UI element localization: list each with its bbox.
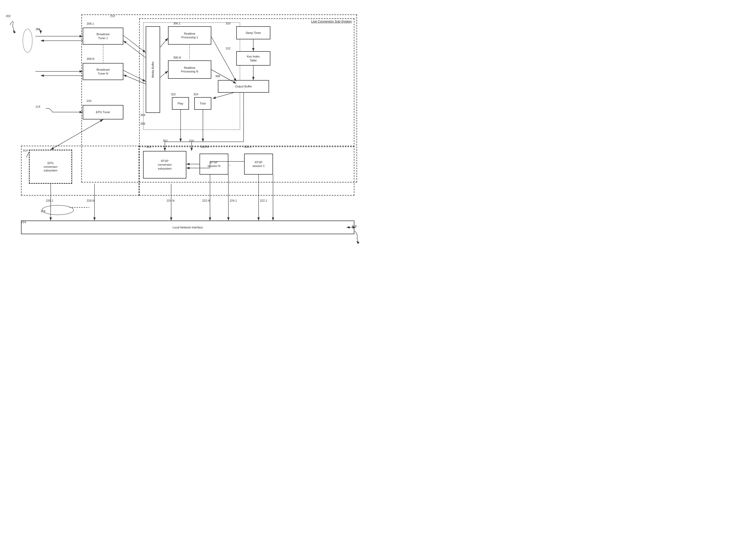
ref-320-1: 320.1 — [244, 145, 252, 148]
ref-112: 112 — [35, 28, 40, 31]
ref-318: 318 — [146, 145, 151, 148]
broadcast-tuner-1-box: Broadcast Tuner 1 — [83, 28, 123, 45]
ref-304: 304 — [141, 113, 145, 117]
ref-210: 210 — [87, 99, 91, 102]
ref-218: 218 — [352, 224, 357, 228]
ref-320-n: 320.N — [201, 145, 209, 148]
key-index-table-box: Key Index Table — [236, 51, 270, 66]
ref-306-n: 306.N — [173, 56, 181, 59]
ref-114: 114 — [35, 105, 40, 108]
ref-312: 312 — [226, 47, 231, 50]
ref-226-n: 226.N — [87, 199, 94, 202]
epg-tuner-box: EPG Tuner — [83, 105, 123, 119]
ref-226-1: 226.1 — [46, 199, 53, 202]
media-buffer-box: Media Buffer — [146, 26, 160, 113]
ref-322: 322 — [171, 93, 176, 96]
ref-308: 308 — [215, 75, 220, 78]
sleep-timer-box: Sleep Timer — [236, 26, 270, 39]
live-conversion-label: Live Conversion Sub-System — [311, 19, 352, 24]
ref-208-n: 208.N — [87, 57, 94, 60]
ref-306-1: 306.1 — [173, 22, 181, 25]
rtsp-conversion-box: RTSP conversion subsystem — [143, 151, 186, 179]
epg-conversion-box: EPG conversion subsystem — [29, 150, 72, 184]
ref-216: 216 — [41, 210, 45, 213]
ref-208-1: 208.1 — [87, 22, 94, 25]
ref-222-n: 222.N — [202, 199, 210, 202]
ref-224-1: 224.1 — [230, 199, 237, 202]
diagram-container: Broadcast Tuner 1 Broadcast Tuner N EPG … — [0, 0, 367, 280]
svg-point-39 — [42, 205, 74, 215]
play-box: Play — [172, 97, 189, 110]
ref-316: 316 — [189, 139, 194, 142]
ref-222-1: 222.1 — [260, 199, 267, 202]
ref-324: 324 — [194, 93, 198, 96]
realtime-processing-n-box: Realtime Processing N — [168, 60, 211, 79]
ref-306: 306 — [141, 122, 145, 125]
ref-302: 302 — [163, 139, 168, 142]
rtsp-session-1-box: RTSP session 1 — [244, 154, 273, 175]
svg-point-2 — [23, 29, 32, 53]
rtsp-session-n-box: RTSP session N — [200, 154, 228, 175]
ref-224-n: 224.N — [167, 199, 174, 202]
output-buffer-box: Output Buffer — [218, 80, 269, 93]
ref-214: 214 — [21, 221, 26, 224]
trick-box: Trick — [194, 97, 211, 110]
realtime-processing-1-box: Realtime Processing 1 — [168, 26, 211, 45]
local-network-interface-box: Local Network Interface — [21, 221, 355, 234]
ref-202: 202 — [6, 14, 11, 18]
ref-310: 310 — [226, 22, 231, 25]
broadcast-tuner-n-box: Broadcast Tuner N — [83, 63, 123, 80]
ref-212: 212 — [110, 14, 115, 18]
ref-314: 314 — [23, 149, 28, 152]
